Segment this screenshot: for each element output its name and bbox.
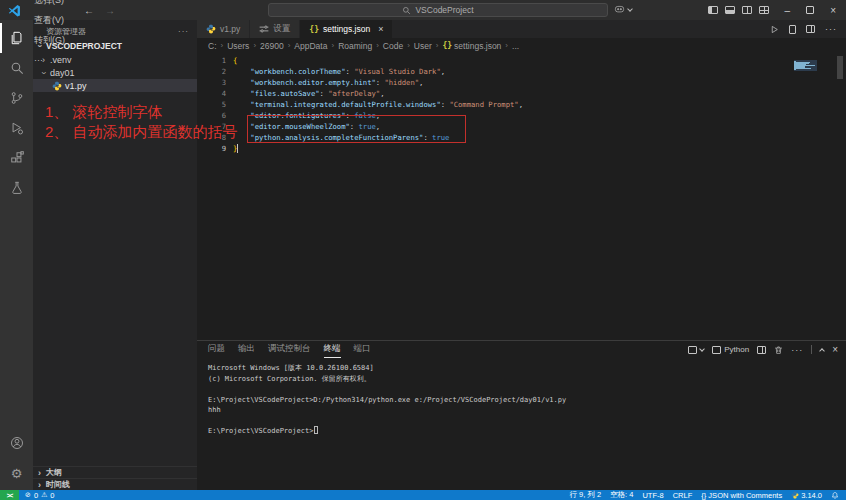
close-window-button[interactable]: ×	[830, 5, 836, 16]
settings-gear-icon[interactable]: ⚙	[0, 458, 33, 488]
status-language-mode[interactable]: {} JSON with Comments	[701, 491, 782, 500]
terminal-output[interactable]: Microsoft Windows [版本 10.0.26100.6584](c…	[197, 358, 846, 490]
chevron-down-icon	[627, 6, 633, 12]
code-line-9[interactable]: 9}	[197, 143, 846, 154]
toggle-secondary-sidebar-icon[interactable]	[742, 6, 752, 14]
account-icon[interactable]	[0, 428, 33, 458]
breadcrumb-item[interactable]: AppData	[294, 41, 327, 51]
code-line-content: "editor.mouseWheelZoom": true,	[226, 121, 380, 132]
sidebar-section-时间线[interactable]: ›时间线	[33, 478, 197, 490]
restore-button[interactable]	[806, 6, 814, 14]
panel-tab-终端[interactable]: 终端	[324, 341, 341, 358]
run-debug-icon[interactable]	[0, 113, 33, 143]
text-cursor	[237, 144, 238, 153]
panel-tab-问题[interactable]: 问题	[208, 341, 225, 358]
status-encoding[interactable]: UTF-8	[642, 491, 663, 500]
notifications-bell-icon[interactable]	[831, 491, 839, 500]
code-line-7[interactable]: 7 "editor.mouseWheelZoom": true,	[197, 121, 846, 132]
tab-settings.json[interactable]: {}settings.json×	[300, 20, 393, 38]
launch-profile-button[interactable]	[688, 346, 704, 354]
menu-view[interactable]: 查看(V)	[27, 10, 72, 30]
command-center-text: VSCodeProject	[415, 5, 473, 15]
breadcrumb-item-label: User	[414, 41, 432, 51]
explorer-more-actions-icon[interactable]: ···	[178, 27, 189, 36]
source-control-icon[interactable]	[0, 83, 33, 113]
code-line-8[interactable]: 8 "python.analysis.completeFunctionParen…	[197, 132, 846, 143]
panel-tab-端口[interactable]: 端口	[354, 341, 371, 358]
status-indentation[interactable]: 空格: 4	[610, 490, 633, 500]
copilot-button[interactable]	[614, 5, 632, 14]
line-number: 3	[197, 77, 226, 88]
code-line-6[interactable]: 6 "editor.fontLigatures": false,	[197, 110, 846, 121]
code-line-content: }	[226, 143, 238, 154]
line-number: 7	[197, 121, 226, 132]
menu-goto[interactable]: 转到(G)	[27, 30, 72, 50]
run-file-icon[interactable]	[770, 25, 779, 34]
minimize-button[interactable]: –	[785, 5, 791, 16]
split-terminal-icon[interactable]	[757, 346, 766, 354]
status-eol[interactable]: CRLF	[673, 491, 693, 500]
breadcrumb-item[interactable]: Code	[383, 41, 403, 51]
status-cursor-position-label: 行 9, 列 2	[569, 490, 601, 500]
line-number: 5	[197, 99, 226, 110]
panel-tab-输出[interactable]: 输出	[238, 341, 255, 358]
minimap[interactable]	[794, 60, 817, 71]
tab-设置[interactable]: 设置	[250, 20, 300, 38]
code-line-2[interactable]: 2 "workbench.colorTheme": "Visual Studio…	[197, 66, 846, 77]
breadcrumb-separator: ›	[505, 41, 508, 50]
panel-tab-调试控制台[interactable]: 调试控制台	[268, 341, 311, 358]
tree-item-v1.py[interactable]: v1.py	[33, 79, 197, 92]
breadcrumb-item[interactable]: {}settings.json	[442, 41, 501, 51]
status-eol-label: CRLF	[673, 491, 693, 500]
kill-terminal-icon[interactable]	[774, 345, 783, 355]
status-bar: >< ⊘ 0 ⚠ 0 行 9, 列 2空格: 4UTF-8CRLF{} JSON…	[0, 490, 846, 500]
menu-more[interactable]: ···	[27, 50, 72, 70]
breadcrumb-item[interactable]: 26900	[260, 41, 284, 51]
menu-selection[interactable]: 选择(S)	[27, 0, 72, 10]
terminal-icon	[712, 346, 721, 354]
code-line-content: "python.analysis.completeFunctionParens"…	[226, 132, 449, 143]
terminal-line: (c) Microsoft Corporation. 保留所有权利。	[208, 374, 846, 385]
testing-icon[interactable]	[0, 173, 33, 203]
tab-v1.py[interactable]: v1.py	[197, 20, 250, 38]
sidebar-section-大纲[interactable]: ›大纲	[33, 466, 197, 478]
python-icon	[791, 491, 799, 499]
code-line-4[interactable]: 4 "files.autoSave": "afterDelay",	[197, 88, 846, 99]
customize-layout-icon[interactable]	[759, 6, 769, 14]
problems-status[interactable]: ⊘ 0 ⚠ 0	[19, 491, 55, 500]
breadcrumb-item[interactable]: Roaming	[338, 41, 372, 51]
breadcrumb-item[interactable]: Users	[227, 41, 249, 51]
toggle-primary-sidebar-icon[interactable]	[708, 6, 718, 14]
status-python-interpreter[interactable]: 3.14.0	[791, 491, 822, 500]
split-editor-icon[interactable]	[806, 25, 815, 33]
breadcrumb-separator: ›	[221, 41, 224, 50]
editor-more-actions-icon[interactable]: ···	[825, 24, 837, 34]
breadcrumb-item[interactable]: ...	[512, 41, 519, 51]
terminal-instance-item[interactable]: Python	[712, 345, 749, 354]
code-line-5[interactable]: 5 "terminal.integrated.defaultProfile.wi…	[197, 99, 846, 110]
panel-more-actions-icon[interactable]: ···	[791, 345, 803, 355]
tab-label: v1.py	[220, 24, 240, 34]
code-editor[interactable]: 1{2 "workbench.colorTheme": "Visual Stud…	[197, 53, 846, 340]
maximize-panel-icon[interactable]	[819, 348, 825, 354]
forward-arrow-icon[interactable]: →	[105, 5, 115, 16]
close-panel-icon[interactable]: ×	[832, 344, 838, 355]
code-line-1[interactable]: 1{	[197, 55, 846, 66]
editor-scrollbar[interactable]	[837, 53, 846, 340]
settings-icon	[259, 24, 269, 34]
remote-indicator[interactable]: ><	[0, 490, 19, 500]
code-line-content: "workbench.colorTheme": "Visual Studio D…	[226, 66, 445, 77]
close-tab-icon[interactable]: ×	[378, 25, 383, 34]
breadcrumb-item[interactable]: User	[414, 41, 432, 51]
terminal-line: E:\Project\VSCodeProject>	[208, 426, 846, 437]
status-cursor-position[interactable]: 行 9, 列 2	[569, 490, 601, 500]
toggle-panel-icon[interactable]	[725, 6, 735, 14]
extensions-icon[interactable]	[0, 143, 33, 173]
line-number: 6	[197, 110, 226, 121]
open-settings-ui-icon[interactable]	[789, 25, 796, 34]
tab-label: settings.json	[323, 24, 370, 34]
code-line-3[interactable]: 3 "workbench.editor.empty.hint": "hidden…	[197, 77, 846, 88]
back-arrow-icon[interactable]: ←	[84, 5, 94, 16]
command-center-search[interactable]: VSCodeProject	[268, 3, 608, 17]
breadcrumb-item[interactable]: C:	[208, 41, 217, 51]
